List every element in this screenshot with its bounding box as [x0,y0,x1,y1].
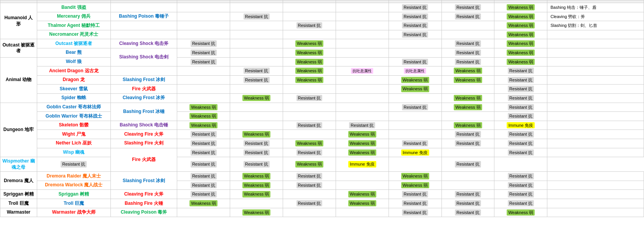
cell-monster-type: Humanoid 人形 [0,3,37,39]
cell-slash [283,85,336,94]
cell-slash: Weakness 弱 [283,139,336,148]
cell-monster-name: Goblin Warrior 哥布林战士 [37,112,110,121]
cell-notes [547,199,644,208]
cell-shock: Resistant 抗 [441,48,494,57]
cell-poison: Resistant 抗 [494,75,547,85]
cell-fire [336,103,389,112]
cell-rec [110,21,177,30]
cell-cleave [230,48,283,57]
cell-fire [336,75,389,85]
cell-notes [547,93,644,103]
cell-rec: Bashing Fire 火锤 [110,199,177,208]
cell-notes [547,172,644,181]
cell-slash [283,208,336,217]
cell-monster-type: Troll 巨魔 [0,199,37,208]
table-row: WarmasterWarmaster 战争大师Cleaving Poison 毒… [0,208,644,217]
cell-bash [177,75,230,85]
cell-frost [389,121,441,130]
cell-rec: Cleaving Fire 火斧 [110,130,177,139]
table-body: Humanoid 人形Bandit 强盗Resistant 抗Resistant… [0,3,644,217]
cell-slash [283,3,336,12]
cell-slash: Weakness 弱 [283,75,336,85]
cell-poison: Weakness 弱 [494,21,547,30]
cell-slash: Resistant 抗 [283,172,336,181]
cell-fire: Weakness 弱 [283,157,336,172]
cell-bash: Resistant 抗 [177,57,230,66]
cell-slash [283,103,336,112]
cell-notes [494,157,547,172]
cell-monster-name: Spider 蜘蛛 [37,93,110,103]
cell-slash [283,12,336,21]
cell-shock [441,30,494,39]
cell-fire: Weakness 弱 [336,199,389,208]
cell-rec [110,3,177,12]
cell-slash: Resistant 抗 [283,148,336,157]
cell-poison: Resistant 抗 [494,172,547,181]
cell-cleave [230,3,283,12]
cell-frost: Resistant 抗 [389,103,441,112]
cell-poison: Weakness 弱 [494,3,547,12]
cell-cleave: Resistant 抗 [177,157,230,172]
cell-cleave: Resistant 抗 [230,66,283,76]
cell-cleave: Weakness 弱 [230,130,283,139]
table-row: Wight 尸鬼Cleaving Fire 火斧Resistant 抗Weakn… [0,130,644,139]
cell-frost: Immune 免疫 [389,148,441,157]
cell-shock [441,21,494,30]
cell-notes [547,85,644,94]
cell-monster-name: Troll 巨魔 [37,199,110,208]
cell-notes [547,57,644,66]
cell-monster-name: Spriggan 树精 [37,190,110,199]
header-cleave [230,0,283,3]
cell-shock: Resistant 抗 [441,39,494,48]
cell-shock: Weakness 弱 [441,103,494,112]
cell-fire [336,12,389,21]
table-row: Mercenary 佣兵Bashing Poison 毒锤子Resistant … [0,12,644,21]
table-row: Wisp 幽魂Fire 火武器Resistant 抗Resistant 抗Res… [0,148,644,157]
cell-bash: Resistant 抗 [177,148,230,157]
cell-cleave: Weakness 弱 [230,181,283,190]
table-row: Troll 巨魔Troll 巨魔Bashing Fire 火锤Weakness … [0,199,644,208]
cell-monster-type: Spriggan 树精 [0,190,37,199]
cell-rec: Bashing Frost 冰锤 [110,103,177,121]
cell-slash [283,190,336,199]
monster-table: Humanoid 人形Bandit 强盗Resistant 抗Resistant… [0,0,644,217]
cell-monster-type: Dremora 魔人 [0,172,37,190]
header-notes [547,0,644,3]
cell-poison: Resistant 抗 [441,157,494,172]
cell-cleave: Resistant 抗 [230,75,283,85]
cell-slash: Resistant 抗 [283,93,336,103]
cell-frost: Resistant 抗 [389,57,441,66]
cell-bash [177,3,230,12]
table-row: Thalmor Agent 秘默特工Resistant 抗Resistant 抗… [0,21,644,30]
cell-shock [441,148,494,157]
cell-frost [389,48,441,57]
cell-bash: Weakness 弱 [177,103,230,112]
cell-rec: Cleaving Shock 电击斧 [110,39,177,48]
header-name [37,0,110,3]
header-bash [177,0,230,3]
cell-cleave [230,121,283,130]
table-row: Spriggan 树精Spriggan 树精Cleaving Fire 火斧Re… [0,190,644,199]
cell-fire [336,30,389,39]
cell-bash [177,30,230,39]
cell-slash: Weakness 弱 [283,57,336,66]
cell-bash: Resistant 抗 [177,190,230,199]
table-row: Dremora 魔人Dremora Raider 魔人末士Slashing Fr… [0,172,644,181]
cell-fire [336,39,389,48]
cell-monster-type: Dungeon 地牢 [0,103,37,157]
cell-monster-name: Ancient Dragon 远古龙 [37,66,110,76]
cell-fire [336,172,389,181]
cell-slash [283,112,336,121]
cell-monster-name: Skeever 雪鼠 [37,85,110,94]
cell-notes [547,190,644,199]
cell-notes [547,121,644,130]
cell-frost: Immune 免疫 [336,157,389,172]
cell-notes [547,112,644,121]
cell-rec: Fire 火武器 [110,85,177,94]
cell-shock [441,172,494,181]
cell-rec: Slashing Shock 电击剑 [110,48,177,66]
cell-slash: Resistant 抗 [283,199,336,208]
cell-frost [389,39,441,48]
cell-cleave: Resistant 抗 [230,12,283,21]
cell-slash: Resistant 抗 [283,21,336,30]
